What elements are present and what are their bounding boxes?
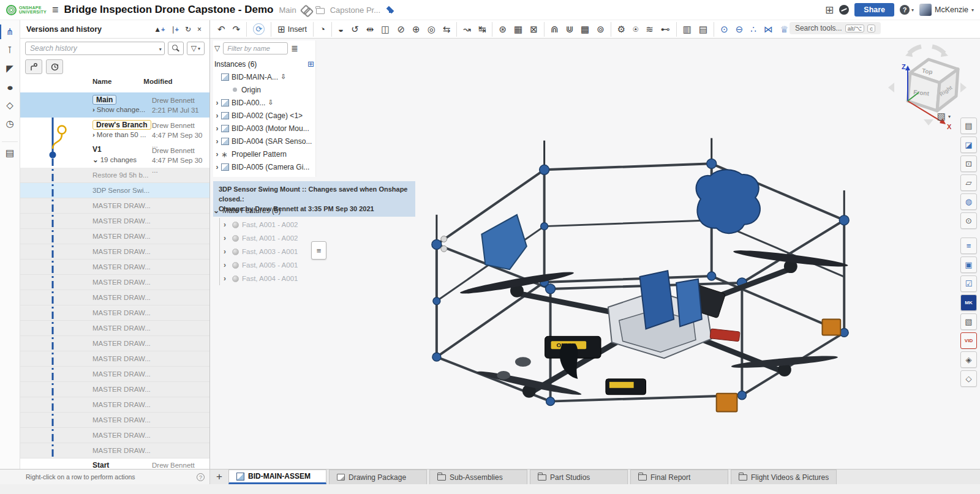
history-entry-row[interactable]: MASTER DRAW... [20, 367, 209, 382]
help-menu[interactable]: ? ▾ [900, 5, 914, 15]
list-view-icon[interactable]: ≣ [291, 43, 298, 53]
instance-propeller-pattern[interactable]: › Propeller Pattern [213, 148, 315, 160]
interference-icon[interactable]: ⋈ [760, 22, 777, 37]
hamburger-menu-icon[interactable]: ≡ [52, 4, 59, 17]
export-layers-icon[interactable]: ◇ [960, 370, 977, 387]
branch-view-toggle[interactable] [25, 59, 42, 74]
search-tools[interactable]: Search tools... alt/⌥ c [790, 22, 881, 34]
undo-icon[interactable]: ↶ [214, 22, 229, 37]
web-globe-icon[interactable]: ◍ [960, 193, 977, 210]
bom-icon[interactable]: ▤ [695, 22, 711, 37]
panel-collapse-handle[interactable]: ≡ [311, 241, 326, 260]
capture-icon[interactable]: ⊙ [960, 212, 977, 229]
appearance-icon[interactable]: ∴ [747, 22, 760, 37]
bom-panel-icon[interactable]: ▤ [960, 118, 977, 134]
tab-drawing-package[interactable]: Drawing Package [329, 470, 427, 484]
filter-icon[interactable]: ▽ [214, 44, 220, 53]
bom-rail-icon[interactable]: ▤ [2, 141, 18, 162]
slider-mate-icon[interactable]: ⇹ [363, 22, 378, 37]
create-version-icon[interactable]: ▲+ [151, 24, 168, 35]
view-cube[interactable]: Top Front Right Z X [881, 39, 973, 130]
pin-slot-mate-icon[interactable]: ⊕ [409, 22, 424, 37]
Main[interactable]: Main ›Show change... Drew Bennett2:21 PM… [20, 92, 209, 118]
cube-viewer-icon[interactable]: ▧ [960, 313, 977, 330]
instance-bid-a005[interactable]: › BID-A005 (Camera Gi... [213, 160, 315, 173]
help-icon[interactable]: ? [197, 473, 205, 481]
update-available-icon[interactable]: ⇩ [268, 99, 273, 107]
video-badge-icon[interactable]: VID [960, 332, 977, 349]
display-states-icon[interactable]: ⊖ [732, 22, 747, 37]
gear-relation-icon[interactable]: ⚙ [611, 22, 629, 37]
release-icon[interactable]: ◤ [0, 59, 20, 78]
project-name[interactable]: Capstone Pr... [330, 6, 380, 15]
view-options-dropdown[interactable]: ▧ ▾ [937, 111, 951, 122]
chevron-right-icon[interactable]: › [224, 220, 232, 229]
mate-feature-row[interactable]: › Fast, A001 - A002 [224, 218, 342, 231]
filter-by-name-input[interactable] [223, 42, 288, 54]
search-history-input[interactable] [25, 42, 165, 55]
version-row-start[interactable]: Start Drew Bennett [20, 458, 209, 469]
tasks-icon[interactable]: ☑ [960, 275, 977, 292]
share-button[interactable]: Share [854, 3, 894, 17]
history-entry-row[interactable]: MASTER DRAW... [20, 275, 209, 290]
parallel-mate-icon[interactable]: ⇆ [439, 22, 454, 37]
tab-bid-main-assem[interactable]: BID-MAIN-ASSEM [228, 470, 326, 484]
close-panel-icon[interactable]: × [194, 24, 205, 35]
V1[interactable]: V1 ⌄19 changes Drew Bennett4:47 PM Sep 3… [20, 143, 209, 168]
performance-icon[interactable]: ◷ [0, 114, 20, 133]
help-icon[interactable]: ? [900, 5, 910, 15]
filter-button[interactable]: ▽▾ [187, 42, 205, 55]
tab-part-studios[interactable]: Part Studios [530, 470, 628, 484]
group-icon[interactable]: ⋒ [544, 22, 562, 37]
avatar[interactable] [919, 4, 932, 16]
history-entry-row[interactable]: MASTER DRAW... [20, 260, 209, 275]
section-cube-icon[interactable]: ◪ [960, 137, 977, 153]
history-entry-row[interactable]: MASTER DRAW... [20, 413, 209, 428]
instance-bid-a004[interactable]: › BID-A004 (SAR Senso... [213, 135, 315, 148]
chevron-down-icon[interactable]: ▾ [159, 47, 162, 52]
search-button[interactable] [168, 42, 184, 55]
history-entry-row[interactable]: MASTER DRAW... [20, 229, 209, 244]
insert-button[interactable]: ⊞ Insert [271, 22, 311, 37]
history-entry-row[interactable]: MASTER DRAW... [20, 428, 209, 443]
workspace-name[interactable]: Main [279, 6, 296, 15]
fastened-mate-icon[interactable]: ◒ [331, 22, 347, 37]
history-entry-row[interactable]: MASTER DRAW... [20, 336, 209, 351]
history-entry-row[interactable]: MASTER DRAW... [20, 244, 209, 260]
add-tab-button[interactable]: + [210, 470, 228, 484]
instance-bid-a003[interactable]: › BID-A003 (Motor Mou... [213, 122, 315, 135]
rack-relation-icon[interactable]: ⍟ [629, 22, 642, 37]
derived-parts-icon[interactable]: ⊡ [960, 155, 977, 172]
transform-icon[interactable]: ⋓ [562, 22, 577, 37]
list-panel-icon[interactable]: ≡ [960, 238, 977, 254]
history-entry-row[interactable]: MASTER DRAW... [20, 321, 209, 336]
configurations-icon[interactable]: ⊺ [0, 41, 20, 59]
section-view-icon[interactable]: ⊠ [526, 22, 541, 37]
layers-icon[interactable]: ◈ [960, 351, 977, 368]
instance-origin[interactable]: Origin [213, 83, 315, 96]
circular-pattern-icon[interactable]: ⊚ [593, 22, 608, 37]
history-entry-row[interactable]: MASTER DRAW... [20, 397, 209, 413]
linear-pattern-icon[interactable]: ▩ [577, 22, 593, 37]
explode-icon[interactable]: ⊛ [492, 22, 510, 37]
onshape-university-logo[interactable]: ONSHAPE UNIVERSITY [6, 5, 47, 15]
cylindrical-mate-icon[interactable]: ⊘ [393, 22, 409, 37]
link-icon[interactable] [302, 6, 311, 14]
chevron-right-icon[interactable]: › [224, 274, 232, 283]
update-available-icon[interactable]: ⇩ [281, 73, 286, 81]
history-entry-row[interactable]: MASTER DRAW... [20, 305, 209, 321]
comments-icon[interactable]: ● [0, 78, 23, 96]
mate-features-header[interactable]: ⌄ Mate Features (5) [213, 206, 342, 215]
named-positions-icon[interactable]: ▦ [510, 22, 526, 37]
chevron-right-icon[interactable]: › [224, 261, 232, 269]
history-entry-row[interactable]: MASTER DRAW... [20, 443, 209, 458]
tab-sub-assemblies[interactable]: Sub-Assemblies [429, 470, 527, 484]
history-entry-row[interactable]: MASTER DRAW... [20, 351, 209, 367]
snap-mode-icon[interactable]: ↝ [456, 22, 475, 37]
drone-model[interactable]: ONYX [426, 137, 864, 425]
instance-bid-a002[interactable]: › BID-A002 (Cage) <1> [213, 109, 315, 122]
measure-icon[interactable]: ↹ [475, 22, 490, 37]
chevron-right-icon[interactable]: › [224, 247, 232, 256]
create-drawing-icon[interactable]: ▥ [676, 22, 695, 37]
history-entry-row[interactable]: MASTER DRAW... [20, 290, 209, 305]
